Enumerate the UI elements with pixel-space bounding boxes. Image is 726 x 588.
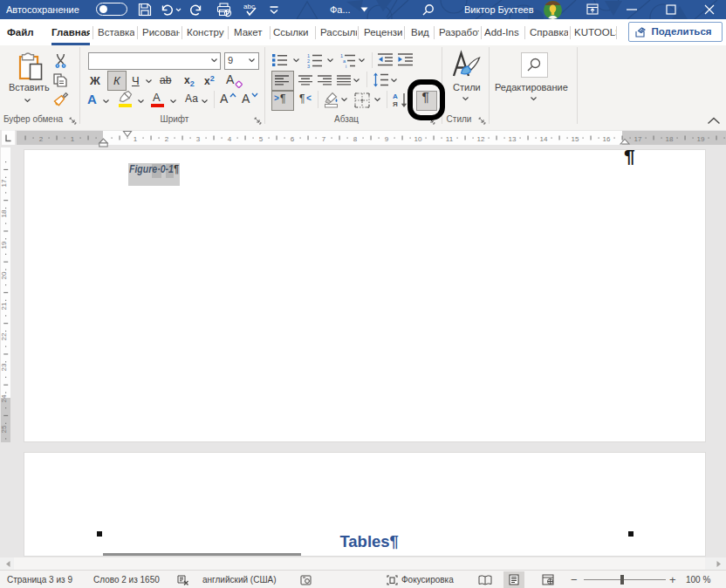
svg-text:10: 10 — [414, 135, 422, 143]
svg-text:9: 9 — [385, 135, 389, 143]
svg-text:i: i — [346, 64, 346, 69]
svg-text:24: 24 — [0, 394, 8, 402]
svg-text:14: 14 — [540, 135, 548, 143]
svg-text:25: 25 — [0, 425, 8, 433]
svg-text:12: 12 — [477, 135, 485, 143]
svg-text:17: 17 — [0, 179, 8, 187]
svg-text:18: 18 — [0, 209, 8, 217]
svg-text:17: 17 — [634, 135, 642, 143]
svg-text:abc: abc — [243, 3, 255, 10]
svg-text:8: 8 — [353, 135, 358, 143]
svg-text:19: 19 — [697, 135, 705, 143]
svg-text:18: 18 — [666, 135, 674, 143]
svg-text:2: 2 — [39, 135, 44, 143]
svg-text:4: 4 — [228, 135, 232, 143]
svg-text:22: 22 — [0, 332, 8, 340]
svg-text:23: 23 — [0, 363, 8, 371]
svg-text:2: 2 — [165, 135, 169, 143]
svg-text:20: 20 — [0, 271, 8, 279]
svg-text:1: 1 — [134, 135, 138, 143]
svg-text:13: 13 — [509, 135, 517, 143]
svg-text:19: 19 — [0, 241, 8, 249]
svg-text:А: А — [393, 92, 398, 100]
svg-text:3: 3 — [307, 64, 310, 69]
svg-text:16: 16 — [603, 135, 611, 143]
svg-text:7: 7 — [322, 135, 326, 143]
svg-text:3: 3 — [196, 135, 201, 143]
svg-text:6: 6 — [291, 135, 295, 143]
svg-text:1: 1 — [71, 135, 75, 143]
svg-text:15: 15 — [572, 135, 579, 143]
svg-text:11: 11 — [446, 135, 454, 143]
svg-text:21: 21 — [0, 302, 8, 310]
svg-text:Я: Я — [393, 100, 398, 108]
svg-text:5: 5 — [259, 135, 264, 143]
